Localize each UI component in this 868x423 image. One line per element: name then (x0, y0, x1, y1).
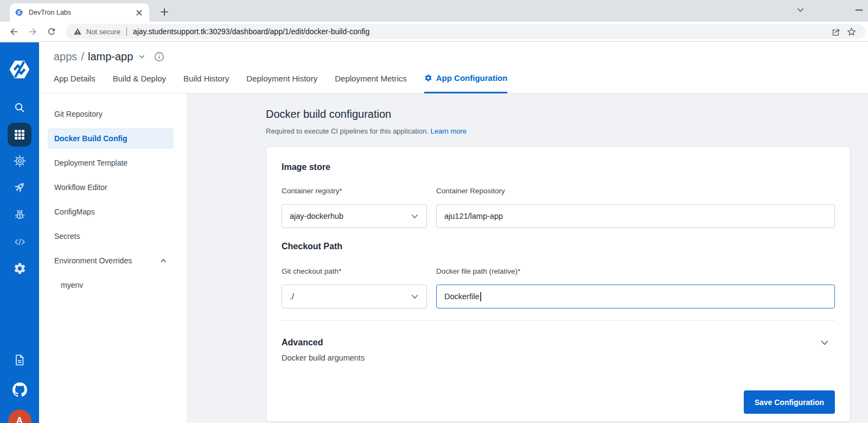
not-secure-warning-icon (73, 27, 82, 36)
page-subtitle: Required to execute CI pipelines for thi… (266, 127, 868, 136)
omnibox-divider (126, 27, 127, 36)
applications-nav-selected[interactable] (8, 123, 31, 147)
main-panel: Docker build configuration Required to e… (187, 93, 868, 423)
tab-close-icon[interactable] (135, 8, 144, 17)
tab-deployment-metrics[interactable]: Deployment Metrics (335, 64, 407, 93)
grid-apps-icon (13, 128, 26, 141)
app-header: apps / lamp-app App Details Build & Depl… (39, 42, 868, 93)
container-repository-input[interactable] (436, 204, 835, 228)
learn-more-link[interactable]: Learn more (431, 127, 467, 135)
gear-icon (424, 74, 432, 82)
nav-git-repository[interactable]: Git Repository (48, 104, 174, 124)
browser-toolbar: Not secure ajay.studentsupport.tk:30293/… (0, 22, 868, 42)
app-tabs: App Details Build & Deploy Build History… (54, 64, 868, 93)
user-avatar[interactable]: A (0, 407, 39, 423)
security-label: Not secure (86, 28, 120, 36)
browser-window: DevTron Labs (0, 0, 868, 423)
app-info-icon[interactable] (154, 52, 164, 62)
tab-build-history[interactable]: Build History (183, 64, 229, 93)
collapse-chevron-up-icon (159, 257, 167, 264)
bug-security-icon[interactable] (0, 207, 39, 222)
nav-myenv[interactable]: myenv (54, 275, 174, 295)
section-divider (282, 320, 835, 321)
tab-build-deploy[interactable]: Build & Deploy (113, 64, 166, 93)
nav-workflow-editor[interactable]: Workflow Editor (48, 177, 174, 198)
nav-docker-build-config[interactable]: Docker Build Config (48, 128, 174, 149)
document-icon[interactable] (0, 353, 39, 367)
breadcrumb-separator: / (81, 50, 84, 63)
url-text: ajay.studentsupport.tk:30293/dashboard/a… (133, 27, 828, 36)
docker-build-arguments-label: Docker build arguments (282, 353, 835, 362)
git-checkout-path-select[interactable]: ./ (282, 285, 427, 308)
tab-app-configuration[interactable]: App Configuration (424, 64, 508, 93)
dropdown-chevron-icon (410, 292, 419, 301)
docker-file-path-label: Docker file path (relative)* (436, 267, 835, 276)
save-configuration-button[interactable]: Save Configuration (744, 390, 835, 414)
code-icon[interactable] (0, 235, 39, 249)
dropdown-chevron-icon (410, 212, 419, 221)
tab-app-details[interactable]: App Details (54, 64, 95, 93)
nav-secrets[interactable]: Secrets (48, 226, 174, 247)
search-icon[interactable] (0, 101, 39, 114)
page-title: Docker build configuration (266, 107, 868, 121)
forward-icon[interactable] (25, 24, 40, 39)
docker-file-path-input[interactable]: Dockerfile (436, 285, 835, 308)
main-sidebar: A (0, 42, 39, 423)
advanced-heading: Advanced (282, 337, 819, 348)
nav-configmaps[interactable]: ConfigMaps (48, 201, 174, 222)
checkout-path-heading: Checkout Path (282, 241, 835, 252)
config-nav: Git Repository Docker Build Config Deplo… (39, 93, 187, 423)
bookmark-star-icon[interactable] (844, 24, 859, 39)
reload-icon[interactable] (44, 24, 59, 39)
devtron-favicon-icon (15, 8, 23, 17)
nav-environment-overrides[interactable]: Environment Overrides (48, 250, 174, 271)
browser-tab[interactable]: DevTron Labs (10, 3, 149, 22)
docker-config-card: Image store Container registry* Containe… (266, 146, 851, 422)
new-tab-icon[interactable] (157, 5, 171, 19)
tab-deployment-history[interactable]: Deployment History (246, 64, 317, 93)
container-registry-label: Container registry* (282, 187, 427, 195)
container-registry-select[interactable]: ajay-dockerhub (282, 204, 427, 228)
minimize-icon[interactable] (852, 4, 866, 15)
image-store-heading: Image store (282, 162, 835, 173)
text-cursor (480, 292, 481, 301)
tab-title: DevTron Labs (29, 9, 135, 16)
git-checkout-path-label: Git checkout path* (282, 267, 427, 276)
tab-strip: DevTron Labs (0, 0, 868, 22)
nav-deployment-template[interactable]: Deployment Template (48, 153, 174, 173)
container-repository-label: Container Repository (436, 187, 835, 195)
avatar-initial: A (8, 409, 31, 423)
app-switch-chevron-icon[interactable] (138, 53, 146, 61)
back-icon[interactable] (7, 24, 21, 39)
global-config-wheel-icon[interactable] (0, 154, 39, 168)
devtron-logo-icon[interactable] (0, 57, 39, 82)
advanced-expand-chevron-icon[interactable] (819, 337, 831, 349)
breadcrumb-apps[interactable]: apps (54, 50, 77, 63)
address-bar[interactable]: Not secure ajay.studentsupport.tk:30293/… (66, 24, 865, 39)
rocket-deploy-icon[interactable] (0, 180, 39, 195)
breadcrumb: apps / lamp-app (54, 49, 868, 64)
github-icon[interactable] (0, 382, 39, 397)
settings-gear-icon[interactable] (0, 261, 39, 275)
share-icon[interactable] (828, 24, 844, 39)
tab-search-chevron-icon[interactable] (794, 4, 806, 15)
breadcrumb-app-name[interactable]: lamp-app (88, 50, 133, 63)
